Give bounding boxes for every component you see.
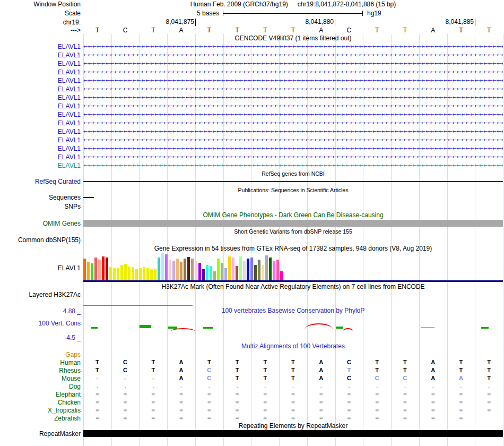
dbsnp-label[interactable]: Common dbSNP(155) [0, 236, 81, 244]
gtex-bars[interactable] [83, 253, 503, 281]
species-label[interactable]: Chicken [0, 398, 81, 406]
sequences-row[interactable]: Sequences [0, 194, 504, 201]
alignment-row-chicken[interactable]: Chicken=============== [0, 398, 504, 406]
gtex-expression-bar[interactable] [83, 259, 86, 281]
species-label[interactable]: Gaps [0, 350, 81, 358]
gtex-expression-bar[interactable] [180, 262, 183, 281]
gtex-expression-bar[interactable] [236, 266, 238, 281]
sequences-item[interactable] [83, 197, 94, 198]
species-label[interactable]: Mouse [0, 374, 81, 382]
gtex-expression-bar[interactable] [224, 268, 227, 281]
gene-label[interactable]: ELAVL1 [0, 102, 81, 110]
repeatmasker-row[interactable]: RepeatMasker [0, 430, 504, 438]
gene-strand-line[interactable]: ←←←←←←←←←←←←←←←←←←←←←←←←←←←←←←←←←←←←←←←←… [83, 127, 503, 136]
gtex-expression-bar[interactable] [187, 257, 190, 281]
gtex-expression-bar[interactable] [169, 260, 171, 281]
gtex-expression-bar[interactable] [195, 261, 197, 281]
gene-strand-line[interactable]: ←←←←←←←←←←←←←←←←←←←←←←←←←←←←←←←←←←←←←←←←… [83, 153, 503, 161]
refseq-title[interactable]: RefSeq genes from NCBI [83, 170, 503, 177]
gtex-expression-bar[interactable] [221, 263, 223, 281]
alignment-row-gaps[interactable]: Gaps [0, 350, 504, 358]
gene-strand-line[interactable]: ←←←←←←←←←←←←←←←←←←←←←←←←←←←←←←←←←←←←←←←←… [83, 93, 503, 102]
refseq-gene-line[interactable] [83, 181, 503, 182]
gtex-expression-bar[interactable] [98, 260, 101, 281]
gene-row[interactable]: ELAVL1←←←←←←←←←←←←←←←←←←←←←←←←←←←←←←←←←←… [0, 93, 504, 102]
gene-row[interactable]: ELAVL1←←←←←←←←←←←←←←←←←←←←←←←←←←←←←←←←←←… [0, 59, 504, 68]
gene-strand-line[interactable]: ←←←←←←←←←←←←←←←←←←←←←←←←←←←←←←←←←←←←←←←←… [83, 136, 503, 144]
repeatmasker-label[interactable]: RepeatMasker [0, 430, 81, 438]
gtex-expression-bar[interactable] [217, 259, 220, 281]
gtex-expression-bar[interactable] [228, 256, 231, 281]
gene-strand-line[interactable]: ←←←←←←←←←←←←←←←←←←←←←←←←←←←←←←←←←←←←←←←←… [83, 85, 503, 93]
gene-strand-line[interactable]: ←←←←←←←←←←←←←←←←←←←←←←←←←←←←←←←←←←←←←←←←… [83, 59, 503, 68]
gene-label[interactable]: ELAVL1 [0, 76, 81, 85]
gene-strand-line[interactable]: ←←←←←←←←←←←←←←←←←←←←←←←←←←←←←←←←←←←←←←←←… [83, 144, 503, 153]
publications-title[interactable]: Publications: Sequences in Scientific Ar… [83, 187, 503, 194]
snps-label[interactable]: SNPs [0, 203, 81, 210]
gene-label[interactable]: ELAVL1 [0, 59, 81, 68]
gene-strand-line[interactable]: ←←←←←←←←←←←←←←←←←←←←←←←←←←←←←←←←←←←←←←←←… [83, 119, 503, 127]
gene-row[interactable]: ELAVL1←←←←←←←←←←←←←←←←←←←←←←←←←←←←←←←←←←… [0, 144, 504, 153]
gtex-expression-bar[interactable] [280, 271, 283, 281]
species-label[interactable]: Elephant [0, 390, 81, 398]
species-label[interactable]: Zebrafish [0, 414, 81, 422]
sequences-label[interactable]: Sequences [0, 194, 81, 201]
omim-gene-bar[interactable] [83, 220, 503, 227]
gtex-expression-bar[interactable] [239, 256, 242, 281]
gene-label[interactable]: ELAVL1 [0, 68, 81, 76]
gene-strand-line[interactable]: ←←←←←←←←←←←←←←←←←←←←←←←←←←←←←←←←←←←←←←←←… [83, 51, 503, 59]
gene-label[interactable]: ELAVL1 [0, 127, 81, 136]
gtex-expression-bar[interactable] [91, 263, 93, 281]
gene-label[interactable]: ELAVL1 [0, 136, 81, 144]
gene-row[interactable]: ELAVL1←←←←←←←←←←←←←←←←←←←←←←←←←←←←←←←←←←… [0, 119, 504, 127]
alignment-row-dog[interactable]: Dog............... [0, 382, 504, 390]
gtex-expression-bar[interactable] [184, 259, 186, 281]
gene-row[interactable]: ELAVL1←←←←←←←←←←←←←←←←←←←←←←←←←←←←←←←←←←… [0, 136, 504, 144]
gtex-expression-bar[interactable] [198, 263, 201, 281]
gtex-expression-bar[interactable] [210, 266, 212, 281]
gtex-expression-bar[interactable] [128, 267, 131, 281]
gtex-expression-bar[interactable] [124, 264, 127, 281]
gene-row[interactable]: ELAVL1←←←←←←←←←←←←←←←←←←←←←←←←←←←←←←←←←←… [0, 68, 504, 76]
gtex-expression-bar[interactable] [250, 258, 253, 281]
gene-row[interactable]: ELAVL1←←←←←←←←←←←←←←←←←←←←←←←←←←←←←←←←←←… [0, 42, 504, 51]
gtex-expression-bar[interactable] [94, 258, 97, 281]
gtex-expression-bar[interactable] [254, 265, 257, 281]
alignment-row-mouse[interactable]: Mouse---ACTTTACCCAAT [0, 374, 504, 382]
gene-strand-line[interactable]: ←←←←←←←←←←←←←←←←←←←←←←←←←←←←←←←←←←←←←←←←… [83, 42, 503, 51]
gtex-expression-bar[interactable] [172, 261, 175, 281]
gene-strand-line[interactable]: ←←←←←←←←←←←←←←←←←←←←←←←←←←←←←←←←←←←←←←←←… [83, 161, 503, 170]
gtex-expression-bar[interactable] [146, 268, 149, 281]
gtex-expression-bar[interactable] [258, 260, 260, 281]
gtex-expression-bar[interactable] [276, 260, 279, 281]
cons-label-row[interactable]: 100 Vert. Cons [0, 320, 504, 327]
gtex-expression-bar[interactable] [243, 261, 246, 281]
gtex-track-label[interactable]: ELAVL1 [0, 264, 81, 272]
gtex-expression-bar[interactable] [117, 268, 119, 281]
h3k27ac-title[interactable]: H3K27Ac Mark (Often Found Near Active Re… [83, 284, 503, 290]
gene-label[interactable]: ELAVL1 [0, 110, 81, 119]
alignment-row-rhesus[interactable]: RhesusTCTACTTTATTTATT [0, 366, 504, 374]
gtex-expression-bar[interactable] [109, 267, 112, 281]
gtex-expression-bar[interactable] [213, 271, 216, 281]
gene-label[interactable]: ELAVL1 [0, 153, 81, 161]
gtex-expression-bar[interactable] [247, 259, 249, 281]
repeatmasker-bar[interactable] [83, 430, 503, 437]
gene-strand-line[interactable]: ←←←←←←←←←←←←←←←←←←←←←←←←←←←←←←←←←←←←←←←←… [83, 110, 503, 119]
gtex-expression-bar[interactable] [176, 259, 179, 281]
gene-row[interactable]: ELAVL1←←←←←←←←←←←←←←←←←←←←←←←←←←←←←←←←←←… [0, 85, 504, 93]
species-label[interactable]: Dog [0, 382, 81, 390]
gtex-expression-bar[interactable] [262, 265, 264, 281]
gencode-title[interactable]: GENCODE V49lift37 (1 items filtered out) [83, 35, 503, 42]
gene-label[interactable]: ELAVL1 [0, 85, 81, 93]
gtex-expression-bar[interactable] [265, 255, 268, 281]
gtex-expression-bar[interactable] [269, 258, 272, 281]
species-label[interactable]: Human [0, 358, 81, 366]
gtex-title[interactable]: Gene Expression in 54 tissues from GTEx … [83, 245, 503, 252]
gene-row[interactable]: ELAVL1←←←←←←←←←←←←←←←←←←←←←←←←←←←←←←←←←←… [0, 76, 504, 85]
dbsnp-title[interactable]: Short Genetic Variants from dbSNP releas… [83, 228, 503, 235]
gtex-expression-bar[interactable] [161, 253, 164, 281]
gene-row[interactable]: ELAVL1←←←←←←←←←←←←←←←←←←←←←←←←←←←←←←←←←←… [0, 153, 504, 161]
gtex-expression-bar[interactable] [158, 258, 160, 281]
gtex-expression-bar[interactable] [150, 269, 153, 281]
